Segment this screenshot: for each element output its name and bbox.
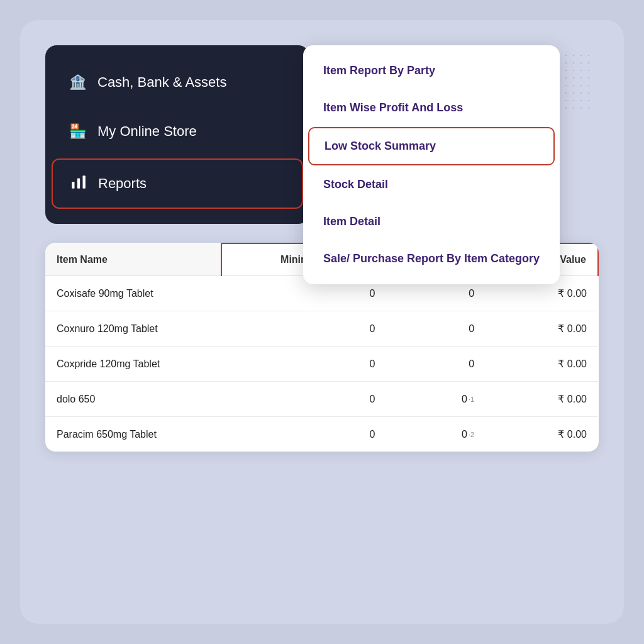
cell-item-name: dolo 650 bbox=[45, 382, 221, 417]
dropdown-item-stock-detail[interactable]: Stock Detail bbox=[308, 167, 555, 203]
sidebar-label-reports: Reports bbox=[98, 175, 147, 192]
dropdown-menu: Item Report By Party Item Wise Profit An… bbox=[303, 45, 560, 284]
sidebar: 🏦 Cash, Bank & Assets 🏪 My Online Store … bbox=[45, 45, 309, 224]
cell-stock-qty: 0 ·2 bbox=[386, 417, 486, 452]
cell-item-name: Coxpride 120mg Tablet bbox=[45, 347, 221, 382]
sidebar-item-reports[interactable]: Reports bbox=[52, 158, 303, 209]
svg-rect-0 bbox=[72, 182, 74, 189]
table-row: Coxpride 120mg Tablet00₹ 0.00 bbox=[45, 347, 598, 382]
sidebar-label-my-online-store: My Online Store bbox=[97, 123, 197, 140]
main-layout: 🏦 Cash, Bank & Assets 🏪 My Online Store … bbox=[45, 45, 599, 224]
cell-min-stock-qty: 0 bbox=[221, 417, 386, 452]
screen-container: 🏦 Cash, Bank & Assets 🏪 My Online Store … bbox=[20, 20, 624, 624]
bank-icon: 🏦 bbox=[69, 74, 86, 91]
cell-stock-qty: 0 ·1 bbox=[386, 382, 486, 417]
col-header-item-name: Item Name bbox=[45, 243, 221, 276]
table-row: dolo 65000 ·1₹ 0.00 bbox=[45, 382, 598, 417]
dropdown-item-sale-purchase-report[interactable]: Sale/ Purchase Report By Item Category bbox=[308, 241, 555, 277]
cell-stock-value: ₹ 0.00 bbox=[486, 311, 598, 347]
dropdown-item-item-detail[interactable]: Item Detail bbox=[308, 204, 555, 240]
store-icon: 🏪 bbox=[69, 123, 86, 140]
cell-min-stock-qty: 0 bbox=[221, 382, 386, 417]
cell-stock-qty: 0 bbox=[386, 347, 486, 382]
sidebar-item-cash-bank-assets[interactable]: 🏦 Cash, Bank & Assets bbox=[52, 60, 303, 104]
sidebar-label-cash-bank-assets: Cash, Bank & Assets bbox=[97, 74, 226, 91]
cell-min-stock-qty: 0 bbox=[221, 347, 386, 382]
dropdown-item-item-report-by-party[interactable]: Item Report By Party bbox=[308, 53, 555, 89]
cell-stock-qty: 0 bbox=[386, 311, 486, 347]
svg-rect-2 bbox=[83, 175, 86, 189]
sidebar-item-my-online-store[interactable]: 🏪 My Online Store bbox=[52, 109, 303, 153]
cell-item-name: Coxisafe 90mg Tablet bbox=[45, 276, 221, 311]
dropdown-item-item-wise-profit-loss[interactable]: Item Wise Profit And Loss bbox=[308, 90, 555, 126]
reports-icon bbox=[70, 174, 87, 194]
cell-stock-value: ₹ 0.00 bbox=[486, 382, 598, 417]
cell-min-stock-qty: 0 bbox=[221, 311, 386, 347]
cell-item-name: Paracim 650mg Tablet bbox=[45, 417, 221, 452]
table-row: Paracim 650mg Tablet00 ·2₹ 0.00 bbox=[45, 417, 598, 452]
cell-item-name: Coxnuro 120mg Tablet bbox=[45, 311, 221, 347]
svg-rect-1 bbox=[77, 179, 80, 189]
cell-stock-value: ₹ 0.00 bbox=[486, 347, 598, 382]
dropdown-item-low-stock-summary[interactable]: Low Stock Summary bbox=[308, 127, 555, 165]
cell-stock-value: ₹ 0.00 bbox=[486, 417, 598, 452]
table-row: Coxnuro 120mg Tablet00₹ 0.00 bbox=[45, 311, 598, 347]
